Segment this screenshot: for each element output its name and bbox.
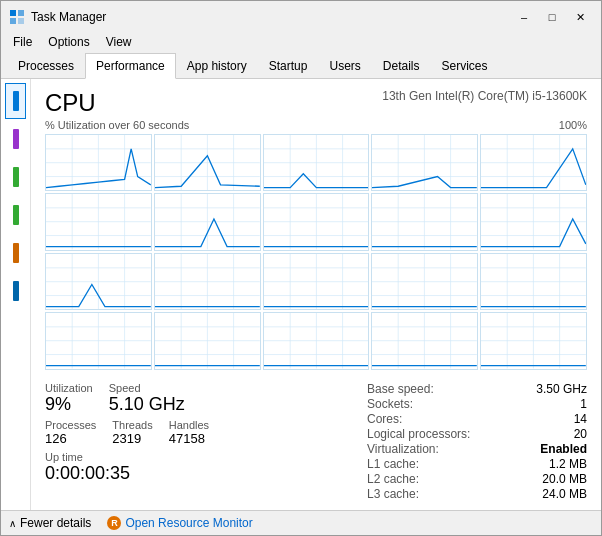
- task-manager-window: Task Manager – □ ✕ File Options View Pro…: [0, 0, 602, 536]
- window-title: Task Manager: [31, 10, 106, 24]
- sidebar: [1, 79, 31, 510]
- threads-stat-value: 2319: [112, 431, 152, 447]
- open-resource-monitor-label: Open Resource Monitor: [125, 516, 252, 530]
- fewer-details-label: Fewer details: [20, 516, 91, 530]
- sidebar-item-network[interactable]: [5, 235, 26, 271]
- footer: ∧ Fewer details R Open Resource Monitor: [1, 510, 601, 535]
- spec-logical-value: 20: [574, 427, 587, 441]
- handles-stat-value: 47158: [169, 431, 209, 447]
- tab-details[interactable]: Details: [372, 53, 431, 79]
- sidebar-item-disk0[interactable]: [5, 159, 26, 195]
- tab-bar: Processes Performance App history Startu…: [1, 53, 601, 79]
- utilization-label: % Utilization over 60 seconds: [45, 119, 189, 131]
- processes-group: Processes 126: [45, 419, 96, 447]
- maximize-button[interactable]: □: [539, 7, 565, 27]
- title-bar-left: Task Manager: [9, 9, 106, 25]
- graph-1-1: [154, 193, 261, 250]
- disk0-bar: [13, 167, 19, 187]
- menu-options[interactable]: Options: [42, 33, 95, 51]
- specs-panel: Base speed: 3.50 GHz Sockets: 1 Cores: 1…: [367, 382, 587, 502]
- threads-group: Threads 2319: [112, 419, 152, 447]
- open-resource-monitor-link[interactable]: R Open Resource Monitor: [107, 516, 252, 530]
- menu-file[interactable]: File: [7, 33, 38, 51]
- fewer-details-button[interactable]: ∧ Fewer details: [9, 516, 91, 530]
- spec-base-speed-label: Base speed:: [367, 382, 434, 396]
- memory-bar: [13, 129, 19, 149]
- utilization-label-row: % Utilization over 60 seconds 100%: [45, 119, 587, 131]
- graph-3-3: [371, 312, 478, 369]
- cpu-graphs-grid: [45, 134, 587, 370]
- spec-l3-label: L3 cache:: [367, 487, 419, 501]
- tab-app-history[interactable]: App history: [176, 53, 258, 79]
- svg-rect-1: [18, 10, 24, 16]
- handles-group: Handles 47158: [169, 419, 209, 447]
- spec-l1-value: 1.2 MB: [549, 457, 587, 471]
- gpu-bar: [13, 281, 19, 301]
- handles-stat-label: Handles: [169, 419, 209, 431]
- stats-area: Utilization 9% Speed 5.10 GHz Processes …: [45, 382, 587, 502]
- spec-logical-label: Logical processors:: [367, 427, 470, 441]
- speed-stat-value: 5.10 GHz: [109, 394, 185, 416]
- menu-bar: File Options View: [1, 31, 601, 53]
- spec-virt-value: Enabled: [540, 442, 587, 456]
- spec-base-speed-value: 3.50 GHz: [536, 382, 587, 396]
- graph-1-3: [371, 193, 478, 250]
- sidebar-item-disk1[interactable]: [5, 197, 26, 233]
- graph-0-1: [154, 134, 261, 191]
- window-controls: – □ ✕: [511, 7, 593, 27]
- tab-performance[interactable]: Performance: [85, 53, 176, 79]
- spec-l3: L3 cache: 24.0 MB: [367, 487, 587, 501]
- proc-threads-row: Processes 126 Threads 2319 Handles 47158: [45, 419, 367, 447]
- processes-stat-label: Processes: [45, 419, 96, 431]
- utilization-group: Utilization 9%: [45, 382, 93, 416]
- graph-2-2: [263, 253, 370, 310]
- spec-virt-label: Virtualization:: [367, 442, 439, 456]
- speed-stat-label: Speed: [109, 382, 185, 394]
- graph-0-0: [45, 134, 152, 191]
- graph-0-3: [371, 134, 478, 191]
- tab-processes[interactable]: Processes: [7, 53, 85, 79]
- max-label: 100%: [559, 119, 587, 131]
- graph-0-2: [263, 134, 370, 191]
- chevron-up-icon: ∧: [9, 518, 16, 529]
- spec-logical: Logical processors: 20: [367, 427, 587, 441]
- disk1-bar: [13, 205, 19, 225]
- graph-2-3: [371, 253, 478, 310]
- graph-3-2: [263, 312, 370, 369]
- spec-cores: Cores: 14: [367, 412, 587, 426]
- cpu-title: CPU: [45, 89, 96, 117]
- svg-rect-0: [10, 10, 16, 16]
- close-button[interactable]: ✕: [567, 7, 593, 27]
- spec-l2-label: L2 cache:: [367, 472, 419, 486]
- title-bar: Task Manager – □ ✕: [1, 1, 601, 31]
- sidebar-item-cpu[interactable]: [5, 83, 26, 119]
- spec-base-speed: Base speed: 3.50 GHz: [367, 382, 587, 396]
- spec-cores-value: 14: [574, 412, 587, 426]
- tab-startup[interactable]: Startup: [258, 53, 319, 79]
- graph-0-4: [480, 134, 587, 191]
- graph-1-2: [263, 193, 370, 250]
- tab-users[interactable]: Users: [318, 53, 371, 79]
- stats-left: Utilization 9% Speed 5.10 GHz Processes …: [45, 382, 367, 502]
- utilization-stat-value: 9%: [45, 394, 93, 416]
- menu-view[interactable]: View: [100, 33, 138, 51]
- cpu-bar: [13, 91, 19, 111]
- sidebar-item-memory[interactable]: [5, 121, 26, 157]
- spec-l2-value: 20.0 MB: [542, 472, 587, 486]
- util-speed-row: Utilization 9% Speed 5.10 GHz: [45, 382, 367, 416]
- spec-l1-label: L1 cache:: [367, 457, 419, 471]
- spec-cores-label: Cores:: [367, 412, 402, 426]
- graph-2-1: [154, 253, 261, 310]
- spec-virtualization: Virtualization: Enabled: [367, 442, 587, 456]
- minimize-button[interactable]: –: [511, 7, 537, 27]
- graph-1-4: [480, 193, 587, 250]
- spec-l2: L2 cache: 20.0 MB: [367, 472, 587, 486]
- uptime-stat-value: 0:00:00:35: [45, 463, 367, 485]
- speed-group: Speed 5.10 GHz: [109, 382, 185, 416]
- tab-services[interactable]: Services: [431, 53, 499, 79]
- cpu-header: CPU 13th Gen Intel(R) Core(TM) i5-13600K: [45, 89, 587, 117]
- uptime-group: Up time 0:00:00:35: [45, 451, 367, 485]
- graph-3-1: [154, 312, 261, 369]
- graph-2-0: [45, 253, 152, 310]
- sidebar-item-gpu[interactable]: [5, 273, 26, 309]
